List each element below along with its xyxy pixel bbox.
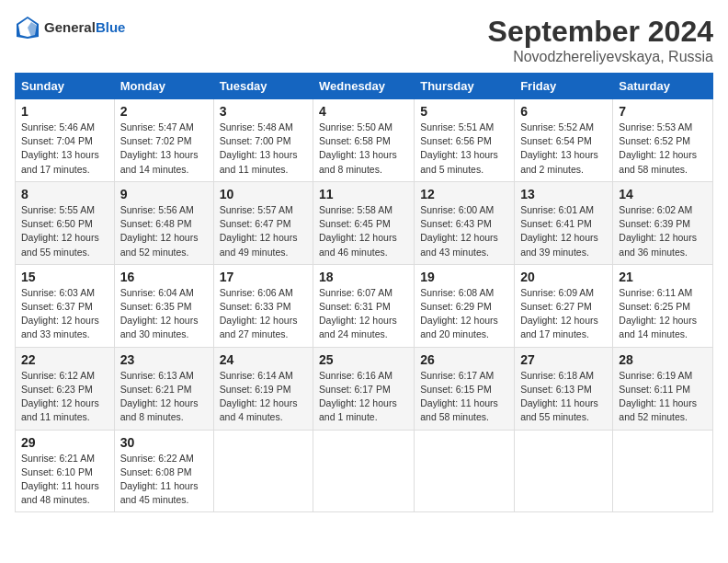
day-number: 11 <box>319 187 408 201</box>
day-detail: Sunrise: 5:56 AMSunset: 6:48 PMDaylight:… <box>120 203 208 259</box>
calendar-week-row: 29 Sunrise: 6:21 AMSunset: 6:10 PMDaylig… <box>16 430 713 512</box>
header-monday: Monday <box>114 74 213 99</box>
header-thursday: Thursday <box>415 74 515 99</box>
day-number: 6 <box>520 104 607 119</box>
title-block: September 2024 Novodzhereliyevskaya, Rus… <box>488 15 713 65</box>
day-number: 29 <box>21 435 108 450</box>
header-sunday: Sunday <box>16 74 115 99</box>
day-detail: Sunrise: 6:18 AMSunset: 6:13 PMDaylight:… <box>520 369 607 425</box>
table-row: 17 Sunrise: 6:06 AMSunset: 6:33 PMDaylig… <box>213 264 313 347</box>
table-row: 6 Sunrise: 5:52 AMSunset: 6:54 PMDayligh… <box>515 99 613 182</box>
day-number: 30 <box>120 435 208 450</box>
day-number: 17 <box>220 270 307 284</box>
table-row: 18 Sunrise: 6:07 AMSunset: 6:31 PMDaylig… <box>313 264 415 347</box>
table-row: 2 Sunrise: 5:47 AMSunset: 7:02 PMDayligh… <box>114 99 213 182</box>
calendar-week-row: 1 Sunrise: 5:46 AMSunset: 7:04 PMDayligh… <box>16 99 713 182</box>
calendar: Sunday Monday Tuesday Wednesday Thursday… <box>15 73 713 512</box>
day-number: 20 <box>520 270 607 284</box>
table-row: 16 Sunrise: 6:04 AMSunset: 6:35 PMDaylig… <box>114 264 213 347</box>
table-row: 11 Sunrise: 5:58 AMSunset: 6:45 PMDaylig… <box>313 181 415 264</box>
day-number: 1 <box>21 104 108 119</box>
header-saturday: Saturday <box>613 74 713 99</box>
day-number: 13 <box>520 187 607 201</box>
day-number: 8 <box>21 187 108 201</box>
day-number: 14 <box>619 187 707 201</box>
day-detail: Sunrise: 6:02 AMSunset: 6:39 PMDaylight:… <box>619 203 707 259</box>
day-detail: Sunrise: 6:01 AMSunset: 6:41 PMDaylight:… <box>520 203 607 259</box>
logo-icon <box>15 15 40 40</box>
day-number: 18 <box>319 270 408 284</box>
table-row: 5 Sunrise: 5:51 AMSunset: 6:56 PMDayligh… <box>415 99 515 182</box>
day-number: 3 <box>220 104 307 119</box>
day-detail: Sunrise: 5:58 AMSunset: 6:45 PMDaylight:… <box>319 203 408 259</box>
day-number: 22 <box>21 352 108 367</box>
logo-blue: Blue <box>96 19 126 35</box>
table-row: 15 Sunrise: 6:03 AMSunset: 6:37 PMDaylig… <box>16 264 115 347</box>
table-row: 24 Sunrise: 6:14 AMSunset: 6:19 PMDaylig… <box>213 347 313 430</box>
day-number: 21 <box>619 270 707 284</box>
day-detail: Sunrise: 5:52 AMSunset: 6:54 PMDaylight:… <box>520 121 607 177</box>
day-detail: Sunrise: 6:11 AMSunset: 6:25 PMDaylight:… <box>619 286 707 342</box>
table-row: 21 Sunrise: 6:11 AMSunset: 6:25 PMDaylig… <box>613 264 713 347</box>
logo-general: General <box>44 19 96 35</box>
table-row: 3 Sunrise: 5:48 AMSunset: 7:00 PMDayligh… <box>213 99 313 182</box>
day-detail: Sunrise: 6:00 AMSunset: 6:43 PMDaylight:… <box>420 203 508 259</box>
day-detail: Sunrise: 6:22 AMSunset: 6:08 PMDaylight:… <box>120 452 208 508</box>
day-detail: Sunrise: 5:47 AMSunset: 7:02 PMDaylight:… <box>120 121 208 177</box>
table-row: 12 Sunrise: 6:00 AMSunset: 6:43 PMDaylig… <box>415 181 515 264</box>
day-number: 19 <box>420 270 508 284</box>
day-detail: Sunrise: 6:13 AMSunset: 6:21 PMDaylight:… <box>120 369 208 425</box>
table-row: 30 Sunrise: 6:22 AMSunset: 6:08 PMDaylig… <box>114 430 213 512</box>
day-detail: Sunrise: 6:07 AMSunset: 6:31 PMDaylight:… <box>319 286 408 342</box>
day-number: 24 <box>220 352 307 367</box>
page-header: GeneralBlue September 2024 Novodzhereliy… <box>15 15 713 65</box>
day-detail: Sunrise: 5:53 AMSunset: 6:52 PMDaylight:… <box>619 121 707 177</box>
table-row: 8 Sunrise: 5:55 AMSunset: 6:50 PMDayligh… <box>16 181 115 264</box>
day-number: 15 <box>21 270 108 284</box>
table-row <box>313 430 415 512</box>
table-row: 20 Sunrise: 6:09 AMSunset: 6:27 PMDaylig… <box>515 264 613 347</box>
table-row: 22 Sunrise: 6:12 AMSunset: 6:23 PMDaylig… <box>16 347 115 430</box>
day-detail: Sunrise: 5:51 AMSunset: 6:56 PMDaylight:… <box>420 121 508 177</box>
calendar-week-row: 15 Sunrise: 6:03 AMSunset: 6:37 PMDaylig… <box>16 264 713 347</box>
table-row: 28 Sunrise: 6:19 AMSunset: 6:11 PMDaylig… <box>613 347 713 430</box>
day-detail: Sunrise: 6:04 AMSunset: 6:35 PMDaylight:… <box>120 286 208 342</box>
table-row: 23 Sunrise: 6:13 AMSunset: 6:21 PMDaylig… <box>114 347 213 430</box>
table-row: 10 Sunrise: 5:57 AMSunset: 6:47 PMDaylig… <box>213 181 313 264</box>
header-wednesday: Wednesday <box>313 74 415 99</box>
logo: GeneralBlue <box>15 15 125 40</box>
table-row: 25 Sunrise: 6:16 AMSunset: 6:17 PMDaylig… <box>313 347 415 430</box>
month-title: September 2024 <box>488 15 713 49</box>
day-number: 10 <box>220 187 307 201</box>
table-row: 27 Sunrise: 6:18 AMSunset: 6:13 PMDaylig… <box>515 347 613 430</box>
table-row: 29 Sunrise: 6:21 AMSunset: 6:10 PMDaylig… <box>16 430 115 512</box>
day-number: 5 <box>420 104 508 119</box>
day-number: 27 <box>520 352 607 367</box>
day-number: 28 <box>619 352 707 367</box>
location: Novodzhereliyevskaya, Russia <box>488 49 713 65</box>
calendar-week-row: 8 Sunrise: 5:55 AMSunset: 6:50 PMDayligh… <box>16 181 713 264</box>
day-detail: Sunrise: 6:17 AMSunset: 6:15 PMDaylight:… <box>420 369 508 425</box>
day-number: 16 <box>120 270 208 284</box>
day-number: 4 <box>319 104 408 119</box>
day-detail: Sunrise: 6:03 AMSunset: 6:37 PMDaylight:… <box>21 286 108 342</box>
table-row: 7 Sunrise: 5:53 AMSunset: 6:52 PMDayligh… <box>613 99 713 182</box>
day-number: 9 <box>120 187 208 201</box>
table-row <box>213 430 313 512</box>
logo-text: GeneralBlue <box>44 20 125 36</box>
day-number: 23 <box>120 352 208 367</box>
table-row: 4 Sunrise: 5:50 AMSunset: 6:58 PMDayligh… <box>313 99 415 182</box>
day-detail: Sunrise: 6:06 AMSunset: 6:33 PMDaylight:… <box>220 286 307 342</box>
day-detail: Sunrise: 5:46 AMSunset: 7:04 PMDaylight:… <box>21 121 108 177</box>
table-row: 14 Sunrise: 6:02 AMSunset: 6:39 PMDaylig… <box>613 181 713 264</box>
day-detail: Sunrise: 6:14 AMSunset: 6:19 PMDaylight:… <box>220 369 307 425</box>
day-number: 7 <box>619 104 707 119</box>
table-row: 9 Sunrise: 5:56 AMSunset: 6:48 PMDayligh… <box>114 181 213 264</box>
table-row <box>515 430 613 512</box>
day-number: 26 <box>420 352 508 367</box>
day-detail: Sunrise: 6:19 AMSunset: 6:11 PMDaylight:… <box>619 369 707 425</box>
day-number: 2 <box>120 104 208 119</box>
calendar-week-row: 22 Sunrise: 6:12 AMSunset: 6:23 PMDaylig… <box>16 347 713 430</box>
header-friday: Friday <box>515 74 613 99</box>
day-detail: Sunrise: 6:08 AMSunset: 6:29 PMDaylight:… <box>420 286 508 342</box>
